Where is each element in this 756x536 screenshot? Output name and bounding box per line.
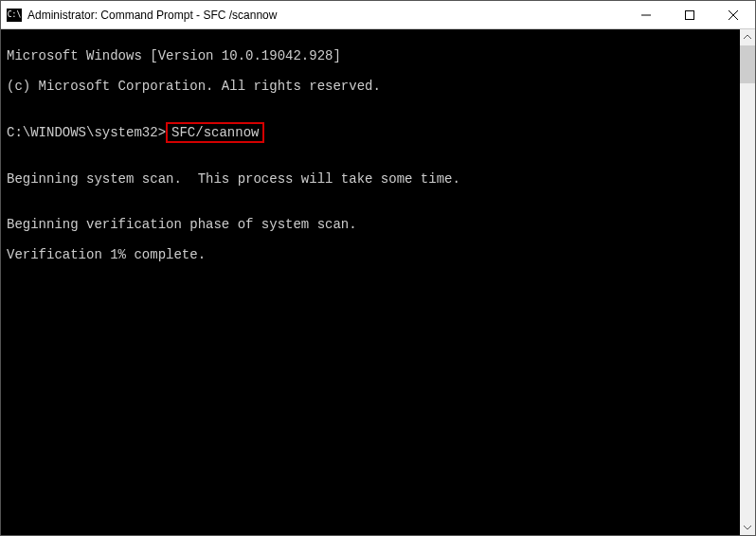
titlebar[interactable]: C:\ Administrator: Command Prompt - SFC …: [1, 1, 755, 29]
output-line: Beginning verification phase of system s…: [7, 217, 749, 232]
prompt-line: C:\WINDOWS\system32>SFC/scannow: [7, 124, 749, 141]
cmd-icon: C:\: [7, 9, 22, 22]
scroll-down-button[interactable]: [740, 519, 755, 535]
scroll-up-button[interactable]: [740, 29, 755, 45]
maximize-button[interactable]: [668, 1, 711, 28]
close-icon: [729, 10, 738, 20]
command-prompt-window: C:\ Administrator: Command Prompt - SFC …: [0, 0, 756, 536]
minimize-icon: [641, 10, 651, 20]
minimize-button[interactable]: [624, 1, 668, 28]
console-area[interactable]: Microsoft Windows [Version 10.0.19042.92…: [1, 29, 755, 535]
svg-rect-1: [686, 10, 694, 19]
chevron-down-icon: [744, 525, 751, 529]
output-line: (c) Microsoft Corporation. All rights re…: [7, 79, 749, 94]
output-line: Beginning system scan. This process will…: [7, 171, 749, 187]
window-controls: [624, 1, 755, 28]
cmd-icon-label: C:\: [8, 10, 21, 19]
output-line: Microsoft Windows [Version 10.0.19042.92…: [7, 48, 749, 63]
command-highlight: SFC/scannow: [166, 122, 264, 143]
prompt-path: C:\WINDOWS\system32>: [7, 125, 166, 140]
scrollbar-thumb[interactable]: [740, 45, 755, 83]
maximize-icon: [685, 10, 694, 20]
vertical-scrollbar[interactable]: [740, 29, 755, 535]
close-button[interactable]: [711, 1, 755, 28]
scrollbar-track[interactable]: [740, 45, 755, 519]
output-line: Verification 1% complete.: [7, 247, 749, 262]
window-title: Administrator: Command Prompt - SFC /sca…: [27, 9, 624, 22]
chevron-up-icon: [744, 35, 751, 40]
